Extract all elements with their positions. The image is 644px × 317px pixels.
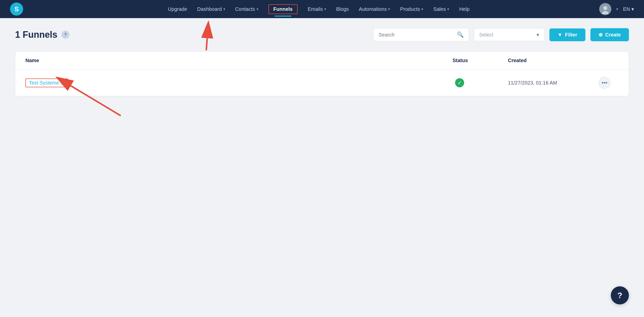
sales-chevron-icon: ▾ (447, 7, 449, 11)
status-active-icon: ✓ (455, 78, 464, 87)
language-selector[interactable]: EN ▾ (623, 6, 634, 12)
nav-blogs[interactable]: Blogs (336, 6, 349, 12)
page-title-section: 1 Funnels ? (15, 29, 373, 40)
create-plus-icon: ⊕ (598, 32, 603, 38)
funnel-name-link[interactable]: Test Systeme io (25, 78, 68, 87)
nav-dashboard-label: Dashboard (197, 6, 222, 12)
page-title: 1 Funnels (15, 29, 57, 40)
navbar-links: Upgrade Dashboard ▾ Contacts ▾ Funnels E… (38, 4, 599, 14)
nav-funnels[interactable]: Funnels (268, 4, 298, 14)
filter-label: Filter (565, 32, 577, 38)
filter-button[interactable]: ▼ Filter (549, 28, 585, 41)
funnel-created-cell: 11/27/2023, 01:16 AM (508, 80, 598, 86)
avatar[interactable] (599, 3, 611, 15)
nav-upgrade[interactable]: Upgrade (168, 6, 187, 12)
avatar-chevron-icon: ▾ (616, 7, 618, 11)
table-row: Test Systeme io ✓ 11/27/2023, 01:16 AM •… (15, 70, 629, 96)
page-help-icon[interactable]: ? (61, 31, 69, 39)
nav-sales-label: Sales (433, 6, 446, 12)
search-icon: 🔍 (457, 31, 464, 38)
nav-emails[interactable]: Emails ▾ (308, 6, 326, 12)
emails-chevron-icon: ▾ (324, 7, 326, 11)
navbar: S Upgrade Dashboard ▾ Contacts ▾ Funnels… (0, 0, 644, 18)
page-content: 1 Funnels ? 🔍 Select ▾ ▼ Filter ⊕ Create (0, 18, 644, 106)
nav-automations[interactable]: Automations ▾ (359, 6, 390, 12)
nav-products[interactable]: Products ▾ (400, 6, 423, 12)
more-options-button[interactable]: ••• (598, 77, 611, 89)
nav-contacts[interactable]: Contacts ▾ (235, 6, 258, 12)
nav-upgrade-label: Upgrade (168, 6, 187, 12)
funnel-actions-cell: ••• (598, 77, 619, 89)
nav-dashboard[interactable]: Dashboard ▾ (197, 6, 225, 12)
search-box[interactable]: 🔍 (373, 28, 469, 41)
search-input[interactable] (379, 32, 457, 38)
nav-blogs-label: Blogs (336, 6, 349, 12)
brand-logo[interactable]: S (10, 3, 23, 16)
header-controls: 🔍 Select ▾ ▼ Filter ⊕ Create (373, 28, 629, 41)
nav-funnels-label: Funnels (273, 6, 293, 12)
col-status-header: Status (453, 58, 508, 63)
navbar-right: ▾ EN ▾ (599, 3, 634, 15)
status-select[interactable]: Select ▾ (474, 28, 544, 41)
nav-emails-label: Emails (308, 6, 323, 12)
svg-point-1 (603, 6, 607, 10)
filter-icon: ▼ (557, 32, 562, 38)
table-header-row: Name Status Created (15, 52, 629, 70)
dashboard-chevron-icon: ▾ (223, 7, 225, 11)
funnel-created-date: 11/27/2023, 01:16 AM (508, 80, 557, 86)
funnel-name-cell: Test Systeme io (25, 78, 453, 87)
funnel-status-cell: ✓ (453, 78, 508, 87)
lang-chevron-icon: ▾ (631, 6, 634, 12)
products-chevron-icon: ▾ (421, 7, 423, 11)
page-header: 1 Funnels ? 🔍 Select ▾ ▼ Filter ⊕ Create (15, 28, 629, 41)
select-chevron-icon: ▾ (537, 32, 539, 38)
help-bubble-label: ? (617, 291, 622, 300)
create-button[interactable]: ⊕ Create (590, 28, 629, 41)
nav-contacts-label: Contacts (235, 6, 255, 12)
col-created-header: Created (508, 58, 598, 63)
help-bubble-button[interactable]: ? (611, 286, 629, 304)
nav-sales[interactable]: Sales ▾ (433, 6, 449, 12)
logo-letter: S (14, 5, 19, 13)
nav-help-label: Help (459, 6, 469, 12)
contacts-chevron-icon: ▾ (257, 7, 258, 11)
col-actions-header (598, 58, 619, 63)
funnels-table: Name Status Created Test Systeme io ✓ 11… (15, 51, 629, 96)
automations-chevron-icon: ▾ (388, 7, 390, 11)
lang-label: EN (623, 6, 630, 12)
nav-help[interactable]: Help (459, 6, 469, 12)
nav-automations-label: Automations (359, 6, 387, 12)
create-label: Create (605, 32, 621, 38)
col-name-header: Name (25, 58, 453, 63)
nav-products-label: Products (400, 6, 420, 12)
select-placeholder: Select (479, 32, 493, 38)
